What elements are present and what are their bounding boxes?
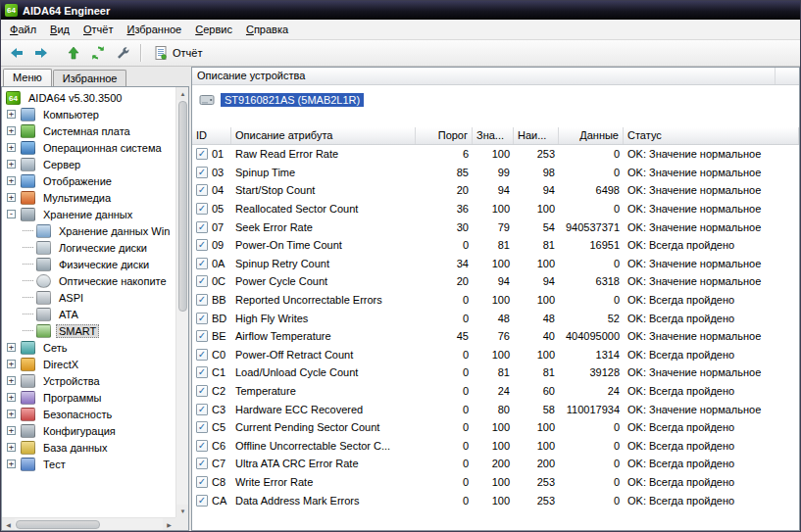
tree-item-label[interactable]: Сервер xyxy=(40,158,83,171)
expand-icon[interactable]: + xyxy=(7,426,16,435)
table-row[interactable]: ✓C5Current Pending Sector Count01001000O… xyxy=(192,418,799,437)
tree-item[interactable]: +Отображение xyxy=(2,172,175,189)
tree-item[interactable]: Оптические накопите xyxy=(2,272,175,289)
tree-item-label[interactable]: Оптические накопите xyxy=(56,274,170,288)
column-header-4[interactable]: Наи... xyxy=(514,127,559,144)
menu-item-4[interactable]: Сервис xyxy=(188,21,239,38)
tree-item[interactable]: +Тест xyxy=(2,456,175,472)
tree-item[interactable]: Логические диски xyxy=(2,239,175,256)
column-header-0[interactable]: ID xyxy=(192,127,231,144)
table-row[interactable]: ✓BBReported Uncorrectable Errors01001000… xyxy=(192,291,799,310)
attribute-checkbox[interactable]: ✓ xyxy=(196,366,208,378)
tree-item[interactable]: ASPI xyxy=(2,289,175,306)
column-header-1[interactable]: Описание атрибута xyxy=(231,127,416,144)
preferences-button[interactable] xyxy=(111,42,133,64)
tree-item[interactable]: +Конфигурация xyxy=(2,422,175,439)
scroll-right-icon[interactable] xyxy=(163,518,175,531)
table-row[interactable]: ✓C0Power-Off Retract Count01001001314OK:… xyxy=(192,346,799,364)
tree-item[interactable]: +Устройства xyxy=(2,372,175,389)
expand-icon[interactable]: + xyxy=(7,143,16,152)
tree-item-label[interactable]: Сеть xyxy=(40,341,70,355)
tree-item[interactable]: +DirectX xyxy=(2,356,175,372)
attribute-checkbox[interactable]: ✓ xyxy=(196,440,208,452)
menu-item-5[interactable]: Справка xyxy=(239,21,295,38)
tree-item[interactable]: +Компьютер xyxy=(2,106,175,122)
table-row[interactable]: ✓0ASpinup Retry Count341001000OK: Значен… xyxy=(192,255,799,273)
horizontal-scroll-thumb[interactable] xyxy=(16,520,100,529)
menu-item-1[interactable]: Вид xyxy=(43,21,76,38)
tree-item-label[interactable]: Программы xyxy=(40,391,104,405)
table-row[interactable]: ✓C1Load/Unload Cycle Count0818139128OK: … xyxy=(192,363,799,382)
expand-icon[interactable]: + xyxy=(7,126,16,135)
attribute-checkbox[interactable]: ✓ xyxy=(196,148,208,160)
expand-icon[interactable]: + xyxy=(7,110,16,119)
tree-horizontal-scrollbar[interactable] xyxy=(2,517,175,530)
tree-item-label[interactable]: Тест xyxy=(40,458,69,471)
sidebar-tab-1[interactable]: Избранное xyxy=(53,70,127,86)
tree-item[interactable]: +Безопасность xyxy=(2,406,175,422)
tree-item[interactable]: 64AIDA64 v5.30.3500 xyxy=(2,89,175,106)
tree-item-label[interactable]: AIDA64 v5.30.3500 xyxy=(25,91,125,105)
attribute-checkbox[interactable]: ✓ xyxy=(196,239,208,251)
tree-item[interactable]: +Мультимедиа xyxy=(2,189,175,206)
attribute-checkbox[interactable]: ✓ xyxy=(196,404,208,415)
tree-item[interactable]: +Программы xyxy=(2,389,175,406)
tree-item[interactable]: Физические диски xyxy=(2,256,175,272)
attribute-checkbox[interactable]: ✓ xyxy=(196,184,208,196)
tree-item[interactable]: -Хранение данных xyxy=(2,206,175,222)
table-row[interactable]: ✓CAData Address Mark Errors01002530OK: В… xyxy=(192,491,799,509)
expand-icon[interactable]: + xyxy=(7,393,16,402)
report-button[interactable]: Отчёт xyxy=(148,42,210,64)
expand-icon[interactable]: + xyxy=(7,459,16,468)
column-header-6[interactable]: Статус xyxy=(624,127,799,144)
device-description-column-header[interactable]: Описание устройства xyxy=(192,68,776,84)
tree-item[interactable]: SMART xyxy=(2,322,175,339)
expand-icon[interactable]: + xyxy=(7,160,16,169)
table-row[interactable]: ✓C6Offline Uncorrectable Sector C...0100… xyxy=(192,437,799,456)
expand-icon[interactable]: + xyxy=(7,343,16,352)
scroll-left-icon[interactable] xyxy=(2,518,15,531)
tree-item-label[interactable]: Мультимедиа xyxy=(40,191,114,205)
attribute-checkbox[interactable]: ✓ xyxy=(196,476,208,488)
tree-item-label[interactable]: Логические диски xyxy=(56,241,150,255)
attribute-checkbox[interactable]: ✓ xyxy=(196,258,208,269)
selected-device-label[interactable]: ST9160821AS (5MAB2L1R) xyxy=(221,93,364,107)
refresh-button[interactable] xyxy=(86,42,109,64)
table-row[interactable]: ✓C3Hardware ECC Recovered08058110017934O… xyxy=(192,400,799,418)
tree-item[interactable]: +Системная плата xyxy=(2,122,175,139)
table-row[interactable]: ✓05Reallocated Sector Count361001000OK: … xyxy=(192,200,799,218)
attribute-checkbox[interactable]: ✓ xyxy=(196,221,208,233)
tree-item-label[interactable]: Операционная система xyxy=(40,141,165,155)
attribute-checkbox[interactable]: ✓ xyxy=(196,458,208,469)
attribute-checkbox[interactable]: ✓ xyxy=(196,167,208,178)
tree-vertical-scrollbar[interactable] xyxy=(175,87,188,517)
tree-item[interactable]: +Операционная система xyxy=(2,139,175,156)
attribute-checkbox[interactable]: ✓ xyxy=(196,421,208,433)
expand-icon[interactable]: + xyxy=(7,176,16,185)
tree-item-label[interactable]: Хранение данных xyxy=(40,208,135,221)
scroll-down-icon[interactable] xyxy=(176,505,189,517)
tree-item-label[interactable]: ASPI xyxy=(56,291,86,305)
tree-item-label[interactable]: DirectX xyxy=(40,358,81,371)
up-button[interactable] xyxy=(62,42,84,64)
tree-item-label[interactable]: Отображение xyxy=(40,174,115,188)
tree-item-label[interactable]: Компьютер xyxy=(40,108,102,121)
expand-icon[interactable]: + xyxy=(7,193,16,202)
tree-item[interactable]: +Сервер xyxy=(2,156,175,172)
table-row[interactable]: ✓04Start/Stop Count2094946498OK: Значени… xyxy=(192,181,799,200)
tree-item-label[interactable]: Безопасность xyxy=(40,408,115,421)
tree-item-label[interactable]: Системная плата xyxy=(40,124,133,138)
tree-item[interactable]: +База данных xyxy=(2,439,175,456)
tree-item-label[interactable]: База данных xyxy=(40,441,111,455)
tree-item[interactable]: ATA xyxy=(2,306,175,322)
table-row[interactable]: ✓C7Ultra ATA CRC Error Rate02002000OK: В… xyxy=(192,455,799,473)
tree-item[interactable]: Хранение данных Win xyxy=(2,222,175,239)
tree-item-label[interactable]: ATA xyxy=(56,308,81,321)
table-row[interactable]: ✓01Raw Read Error Rate61002530OK: Значен… xyxy=(192,145,799,164)
attribute-checkbox[interactable]: ✓ xyxy=(196,385,208,397)
menu-item-0[interactable]: Файл xyxy=(3,21,43,38)
back-button[interactable] xyxy=(5,42,27,64)
tree-item-label[interactable]: Конфигурация xyxy=(40,424,119,438)
forward-button[interactable] xyxy=(29,42,52,64)
collapse-icon[interactable]: - xyxy=(7,210,16,218)
